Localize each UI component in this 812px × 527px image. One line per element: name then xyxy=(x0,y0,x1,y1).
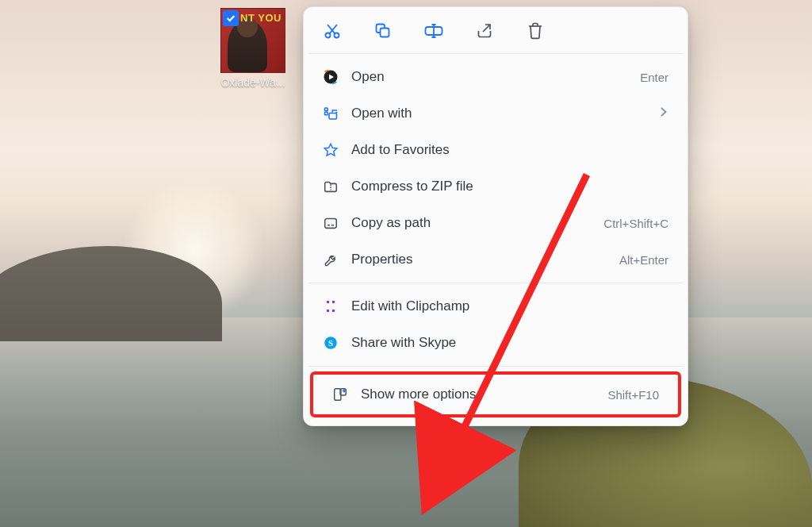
wrench-icon xyxy=(318,252,343,267)
selected-check-icon xyxy=(223,10,239,26)
menu-skype[interactable]: S Share with Skype xyxy=(304,325,688,361)
more-options-icon xyxy=(327,387,353,402)
rename-button[interactable] xyxy=(423,20,445,42)
menu-add-favorites-label: Add to Favorites xyxy=(351,142,668,158)
svg-point-1 xyxy=(335,33,339,38)
menu-copy-path[interactable]: Copy as path Ctrl+Shift+C xyxy=(304,205,688,241)
divider xyxy=(308,366,683,367)
skype-icon: S xyxy=(318,335,343,351)
menu-show-more-options[interactable]: Show more options Shift+F10 xyxy=(313,375,678,414)
delete-button[interactable] xyxy=(524,20,546,42)
cut-button[interactable] xyxy=(321,20,343,42)
star-icon xyxy=(318,142,343,158)
share-icon xyxy=(475,21,494,40)
play-icon xyxy=(318,69,343,85)
copy-icon xyxy=(373,21,393,40)
menu-open[interactable]: Open Enter xyxy=(304,59,688,95)
share-button[interactable] xyxy=(473,20,496,42)
thumb-text: NT YOU xyxy=(240,12,282,24)
clipchamp-icon xyxy=(318,298,343,314)
trash-icon xyxy=(527,21,544,40)
menu-clipchamp-label: Edit with Clipchamp xyxy=(351,298,668,314)
svg-rect-6 xyxy=(325,112,328,115)
menu-copy-path-label: Copy as path xyxy=(351,215,603,231)
chevron-right-icon xyxy=(659,106,668,121)
svg-rect-7 xyxy=(329,113,337,120)
menu-open-label: Open xyxy=(351,69,640,85)
rename-icon xyxy=(423,21,444,40)
file-label: Oxlade-Wa... xyxy=(214,76,292,90)
file-thumbnail: NT YOU xyxy=(220,8,285,73)
menu-show-more-options-shortcut: Shift+F10 xyxy=(607,388,659,402)
desktop-file[interactable]: NT YOU Oxlade-Wa... xyxy=(214,8,292,90)
svg-rect-2 xyxy=(381,29,389,37)
menu-show-more-options-label: Show more options xyxy=(361,387,607,402)
context-toolbar xyxy=(304,7,688,53)
menu-properties-label: Properties xyxy=(351,252,619,267)
menu-open-with-label: Open with xyxy=(351,106,659,121)
copy-button[interactable] xyxy=(372,20,394,42)
menu-copy-path-shortcut: Ctrl+Shift+C xyxy=(603,217,668,230)
menu-compress-zip-label: Compress to ZIP file xyxy=(351,179,668,194)
context-menu: Open Enter Open with Add to Favorites xyxy=(303,6,688,426)
menu-properties-shortcut: Alt+Enter xyxy=(619,253,668,267)
menu-properties[interactable]: Properties Alt+Enter xyxy=(304,241,688,278)
zip-icon xyxy=(318,179,343,194)
menu-section-1: Open Enter Open with Add to Favorites xyxy=(304,54,688,283)
menu-add-favorites[interactable]: Add to Favorites xyxy=(304,132,688,168)
open-with-icon xyxy=(318,106,343,121)
scissors-icon xyxy=(323,21,342,40)
menu-skype-label: Share with Skype xyxy=(351,335,668,351)
svg-text:S: S xyxy=(328,338,333,348)
copy-path-icon xyxy=(318,215,343,231)
menu-clipchamp[interactable]: Edit with Clipchamp xyxy=(304,288,688,325)
menu-open-with[interactable]: Open with xyxy=(304,95,688,132)
annotation-highlight: Show more options Shift+F10 xyxy=(310,371,681,417)
svg-rect-8 xyxy=(325,219,337,229)
menu-compress-zip[interactable]: Compress to ZIP file xyxy=(304,168,688,205)
svg-point-0 xyxy=(326,33,331,38)
menu-section-2: Edit with Clipchamp S Share with Skype xyxy=(304,283,688,366)
menu-open-shortcut: Enter xyxy=(640,71,668,84)
svg-rect-5 xyxy=(325,108,328,111)
